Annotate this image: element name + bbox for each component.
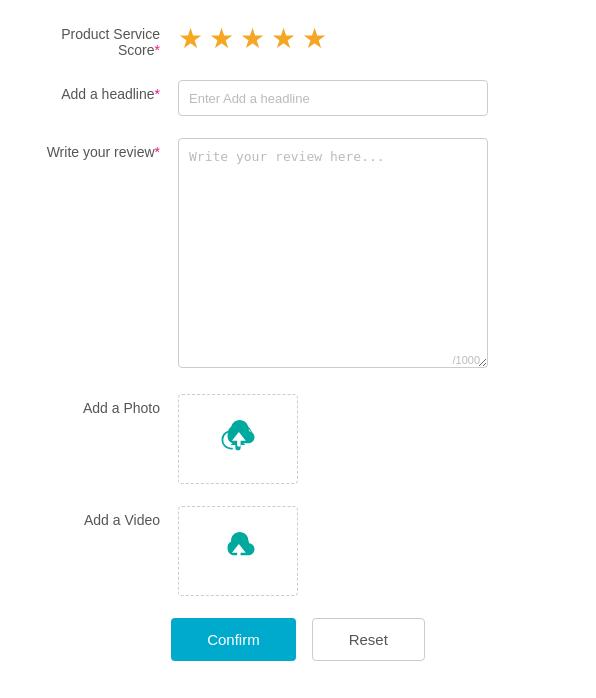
star-2[interactable]: ★ [209,22,234,55]
review-label: Write your review* [18,138,178,160]
video-label: Add a Video [18,506,178,528]
photo-row: Add a Photo [18,394,578,484]
reset-button[interactable]: Reset [312,618,425,661]
video-row: Add a Video [18,506,578,596]
headline-input[interactable] [178,80,488,116]
review-textarea[interactable] [178,138,488,368]
photo-upload-icon [212,413,264,465]
review-textarea-wrapper: /1000 [178,138,488,372]
form-container: Product Service Score* ★ ★ ★ ★ ★ Add a h… [18,20,578,661]
star-3[interactable]: ★ [240,22,265,55]
photo-label: Add a Photo [18,394,178,416]
star-1[interactable]: ★ [178,22,203,55]
button-row: Confirm Reset [18,618,578,661]
video-upload-box[interactable] [178,506,298,596]
stars-container[interactable]: ★ ★ ★ ★ ★ [178,20,327,55]
review-required-star: * [155,144,160,160]
star-4[interactable]: ★ [271,22,296,55]
headline-label: Add a headline* [18,80,178,102]
headline-required-star: * [155,86,160,102]
review-row: Write your review* /1000 [18,138,578,372]
score-row: Product Service Score* ★ ★ ★ ★ ★ [18,20,578,58]
score-label: Product Service Score* [18,20,178,58]
photo-upload-box[interactable] [178,394,298,484]
star-5[interactable]: ★ [302,22,327,55]
video-upload-icon [212,525,264,577]
confirm-button[interactable]: Confirm [171,618,296,661]
headline-row: Add a headline* [18,80,578,116]
required-star: * [155,42,160,58]
char-count: /1000 [452,354,480,366]
